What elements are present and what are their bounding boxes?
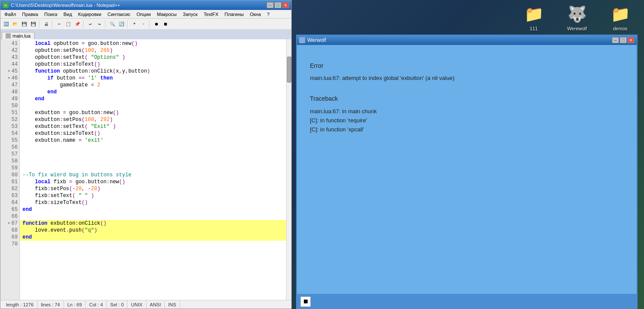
line-number-43: 43 <box>0 54 19 61</box>
line-number-55: 55 <box>0 137 19 144</box>
toolbar-zoom-in[interactable]: + <box>130 20 139 29</box>
menu-settings[interactable]: Опции <box>134 11 153 18</box>
scrollbar-vertical[interactable] <box>286 39 291 300</box>
code-line-48: end <box>20 89 286 96</box>
toolbar-find[interactable]: 🔍 <box>108 20 117 29</box>
toolbar-sep-3 <box>83 20 85 28</box>
code-line-41: local opbutton = goo.button:new() <box>20 40 286 47</box>
line-number-49: 49 <box>0 96 19 102</box>
traceback-lines: main.lua:67: in main chunk[C]: in functi… <box>310 107 624 134</box>
notepad-minimize-btn[interactable]: ─ <box>267 2 274 8</box>
toolbar-copy[interactable]: 📋 <box>64 20 73 29</box>
code-line-62: fixb:setPos(-20, -20) <box>20 185 286 192</box>
line-numbers: 41424344▼45▼4647484950515253545556575859… <box>0 39 20 300</box>
menu-textfx[interactable]: TextFX <box>201 11 221 18</box>
code-line-66 <box>20 213 286 220</box>
menu-plugins[interactable]: Плагины <box>222 11 246 18</box>
code-line-42: opbutton:setPos(100, 266) <box>20 47 286 54</box>
scrollbar-thumb[interactable] <box>287 57 291 83</box>
code-line-58 <box>20 158 286 165</box>
status-ln: Ln : 69 <box>64 300 86 309</box>
traceback-line-2: [C]: in function 'xpcall' <box>310 125 624 134</box>
taskbar-werwolf-icon[interactable]: ⏹ <box>300 296 311 307</box>
line-number-62: 62 <box>0 185 19 192</box>
notepad-window: N C:\Users\5\Desktop\Werewolf\main.lua -… <box>0 0 292 309</box>
notepad-app-icon: N <box>3 2 9 8</box>
werwolf-maximize-btn[interactable]: □ <box>620 37 627 43</box>
werwolf-close-btn[interactable]: ✕ <box>628 37 634 43</box>
status-length: length : 1276 <box>3 300 38 309</box>
notepad-titlebar-controls: ─ □ ✕ <box>267 2 289 8</box>
code-line-51: exbutton = goo.button:new() <box>20 109 286 116</box>
notepad-titlebar-left: N C:\Users\5\Desktop\Werewolf\main.lua -… <box>3 2 120 8</box>
status-lines: lines : 74 <box>38 300 64 309</box>
menu-search[interactable]: Поиск <box>41 11 60 18</box>
fold-icon-45[interactable]: ▼ <box>7 70 11 73</box>
toolbar-save[interactable]: 💾 <box>20 20 29 29</box>
toolbar-save-all[interactable]: 💾 <box>29 20 38 29</box>
toolbar-undo[interactable]: ↩ <box>86 20 95 29</box>
tab-main-lua[interactable]: main.lua <box>2 32 35 39</box>
toolbar-sep-1 <box>39 20 41 28</box>
line-number-58: 58 <box>0 158 19 165</box>
toolbar-print[interactable]: 🖨 <box>42 20 51 29</box>
menu-help[interactable]: ? <box>265 11 272 18</box>
toolbar-sep-2 <box>52 20 54 28</box>
status-col: Col : 4 <box>86 300 107 309</box>
menu-view[interactable]: Вид <box>61 11 75 18</box>
fold-icon-46[interactable]: ▼ <box>7 76 11 80</box>
code-line-54: exbutton:sizeToText() <box>20 130 286 137</box>
notepad-titlebar: N C:\Users\5\Desktop\Werewolf\main.lua -… <box>0 0 291 10</box>
code-line-53: exbutton:setText( "Exit" ) <box>20 123 286 130</box>
status-ins: INS <box>165 300 180 309</box>
notepad-maximize-btn[interactable]: □ <box>274 2 281 8</box>
line-number-46: ▼46 <box>0 75 19 82</box>
werwolf-minimize-btn[interactable]: ─ <box>612 37 619 43</box>
folder-icon-111: 📁 <box>523 4 544 25</box>
menu-run[interactable]: Запуск <box>180 11 200 18</box>
werwolf-window: Werwolf ─ □ ✕ Error main.lua:67: attempt… <box>296 35 638 303</box>
toolbar-sep-6 <box>149 20 151 28</box>
icon-demos[interactable]: 📁 demos <box>605 4 635 31</box>
line-number-63: 63 <box>0 192 19 199</box>
menu-edit[interactable]: Правка <box>19 11 41 18</box>
toolbar-record[interactable]: ⏺ <box>152 20 161 29</box>
werwolf-window-controls: ─ □ ✕ <box>612 37 634 43</box>
line-number-48: 48 <box>0 89 19 96</box>
werewolf-icon: 🐺 <box>567 4 587 25</box>
toolbar-new[interactable]: 🆕 <box>2 20 10 29</box>
fold-icon-67[interactable]: ▼ <box>7 222 11 225</box>
toolbar-zoom-out[interactable]: - <box>139 20 148 29</box>
code-line-44: opbutton:sizeToText() <box>20 61 286 68</box>
toolbar-redo[interactable]: ↪ <box>95 20 104 29</box>
status-ansi: ANSI <box>147 300 165 309</box>
line-number-68: 68 <box>0 227 19 234</box>
icon-111[interactable]: 📁 111 <box>519 4 549 31</box>
toolbar-sep-5 <box>127 20 129 28</box>
toolbar-cut[interactable]: ✂ <box>55 20 64 29</box>
menu-encoding[interactable]: Кодировки <box>76 11 104 18</box>
code-line-63: fixb:setText( " " ) <box>20 192 286 199</box>
menu-windows[interactable]: Окна <box>247 11 264 18</box>
line-number-45: ▼45 <box>0 68 19 75</box>
menu-macro[interactable]: Макросы <box>154 11 179 18</box>
code-content[interactable]: local opbutton = goo.button:new() opbutt… <box>20 39 286 300</box>
toolbar-replace[interactable]: 🔄 <box>117 20 126 29</box>
line-number-70: 70 <box>0 241 19 248</box>
code-line-68: love.event.push("q") <box>20 227 286 234</box>
toolbar-stop[interactable]: ⏹ <box>161 20 170 29</box>
code-line-61: local fixb = goo.button:new() <box>20 178 286 185</box>
notepad-close-btn[interactable]: ✕ <box>282 2 289 8</box>
menu-language[interactable]: Синтаксис <box>105 11 133 18</box>
menu-file[interactable]: Файл <box>2 11 19 18</box>
line-number-67: ▼67 <box>0 220 19 227</box>
toolbar-open[interactable]: 📂 <box>11 20 19 29</box>
toolbar-paste[interactable]: 📌 <box>73 20 82 29</box>
icon-demos-label: demos <box>613 26 627 31</box>
line-number-50: 50 <box>0 102 19 109</box>
icon-werewolf[interactable]: 🐺 Werewolf <box>562 4 592 31</box>
line-number-42: 42 <box>0 47 19 54</box>
code-line-69: end <box>20 234 286 241</box>
line-number-53: 53 <box>0 123 19 130</box>
desktop-icons: 📁 111 🐺 Werewolf 📁 demos <box>519 4 635 31</box>
